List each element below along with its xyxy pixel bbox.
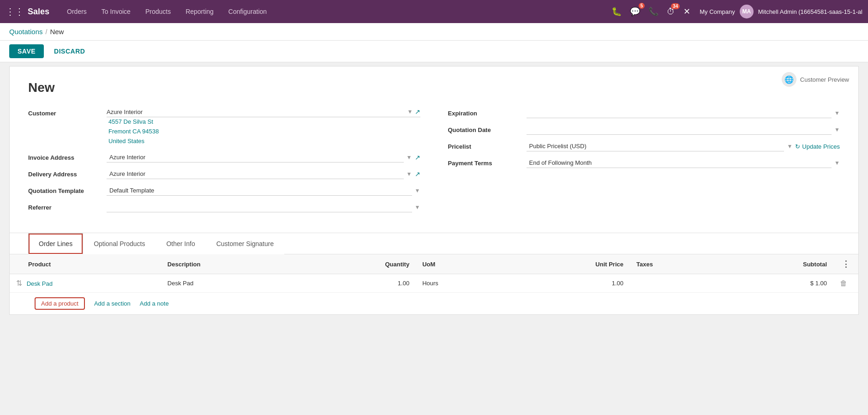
add-row-container: Add a product Add a section Add a note — [28, 293, 840, 314]
close-icon[interactable]: ✕ — [682, 5, 692, 18]
form-grid: Customer Azure Interior ▼ ↗ 4557 De Silv… — [28, 108, 840, 219]
quotation-date-value-container: 06/21/2022 13:07:02 ▼ — [527, 125, 840, 135]
form-right-section: Expiration 07/21/2022 ▼ Quotation Date 0… — [448, 108, 840, 219]
add-product-button[interactable]: Add a product — [35, 297, 85, 310]
quotation-date-dropdown-icon[interactable]: ▼ — [834, 126, 840, 133]
nav-orders[interactable]: Orders — [60, 5, 93, 18]
save-button[interactable]: SAVE — [9, 44, 44, 58]
tabs-container: Order Lines Optional Products Other Info… — [10, 233, 858, 314]
refresh-icon: ↻ — [795, 143, 800, 150]
pricelist-select[interactable]: Public Pricelist (USD) — [527, 141, 784, 151]
breadcrumb-current: New — [50, 28, 64, 36]
grid-icon[interactable]: ⋮⋮ — [6, 6, 24, 17]
breadcrumb-parent[interactable]: Quotations — [9, 28, 43, 36]
row-unit-price[interactable]: 1.00 — [504, 274, 630, 293]
nav-reporting[interactable]: Reporting — [179, 5, 220, 18]
customer-row: Customer Azure Interior ▼ ↗ 4557 De Silv… — [28, 108, 420, 146]
company-name[interactable]: My Company — [700, 8, 735, 15]
invoice-address-value-container: Azure Interior ▼ ↗ — [107, 152, 420, 162]
avatar[interactable]: MA — [740, 5, 754, 18]
payment-terms-select[interactable]: End of Following Month — [527, 158, 832, 168]
customer-preview-button[interactable]: 🌐 Customer Preview — [782, 72, 849, 87]
tabs: Order Lines Optional Products Other Info… — [28, 233, 840, 254]
expiration-dropdown-icon[interactable]: ▼ — [834, 110, 840, 116]
tab-order-lines[interactable]: Order Lines — [28, 233, 83, 254]
top-navigation: ⋮⋮ Sales Orders To Invoice Products Repo… — [0, 0, 868, 23]
invoice-address-row: Invoice Address Azure Interior ▼ ↗ — [28, 152, 420, 162]
delivery-address-external-link-icon[interactable]: ↗ — [415, 170, 420, 178]
expiration-input[interactable]: 07/21/2022 — [527, 108, 832, 118]
product-link[interactable]: Desk Pad — [27, 280, 53, 287]
form-card: 🌐 Customer Preview New Customer Azure In… — [9, 66, 859, 315]
col-unit-price: Unit Price — [504, 254, 630, 274]
messages-icon[interactable]: 💬 5 — [628, 5, 642, 18]
breadcrumb-separator: / — [46, 28, 48, 36]
nav-configuration[interactable]: Configuration — [222, 5, 273, 18]
customer-preview-label: Customer Preview — [800, 76, 849, 83]
customer-dropdown-icon[interactable]: ▼ — [407, 108, 413, 115]
row-description[interactable]: Desk Pad — [161, 274, 302, 293]
col-quantity: Quantity — [302, 254, 416, 274]
customer-external-link-icon[interactable]: ↗ — [415, 108, 420, 115]
tab-other-info[interactable]: Other Info — [156, 233, 205, 254]
bug-icon[interactable]: 🐛 — [610, 5, 623, 18]
tab-customer-signature[interactable]: Customer Signature — [206, 233, 285, 254]
delete-row-icon[interactable]: 🗑 — [840, 279, 847, 287]
pricelist-value-container: Public Pricelist (USD) ▼ ↻ Update Prices — [527, 141, 840, 151]
order-lines-table: Product Description Quantity UoM Unit Pr… — [10, 254, 858, 293]
nav-products[interactable]: Products — [139, 5, 177, 18]
discard-button[interactable]: DISCARD — [48, 44, 91, 58]
breadcrumb: Quotations / New — [0, 23, 868, 41]
address-line3: United States — [108, 137, 420, 146]
payment-terms-value-container: End of Following Month ▼ — [527, 158, 840, 168]
delivery-address-select[interactable]: Azure Interior — [107, 169, 404, 179]
delivery-address-row: Delivery Address Azure Interior ▼ ↗ — [28, 169, 420, 179]
referrer-dropdown-icon[interactable]: ▼ — [415, 204, 420, 211]
row-delete: 🗑 — [833, 274, 858, 293]
tab-optional-products[interactable]: Optional Products — [83, 233, 156, 254]
col-product: Product — [10, 254, 161, 274]
row-quantity[interactable]: 1.00 — [302, 274, 416, 293]
clock-badge: 34 — [671, 3, 680, 9]
clock-icon[interactable]: ⏱ 34 — [665, 5, 677, 18]
pricelist-dropdown-icon[interactable]: ▼ — [787, 143, 792, 150]
customer-value-container: Azure Interior ▼ ↗ 4557 De Silva St Frem… — [107, 108, 420, 146]
form-left-section: Customer Azure Interior ▼ ↗ 4557 De Silv… — [28, 108, 420, 219]
row-taxes[interactable] — [630, 274, 720, 293]
payment-terms-dropdown-icon[interactable]: ▼ — [834, 160, 840, 166]
referrer-row: Referrer ▼ — [28, 202, 420, 212]
address-line2: Fremont CA 94538 — [108, 127, 420, 137]
add-section-button[interactable]: Add a section — [94, 300, 131, 307]
drag-handle-icon[interactable]: ⇅ — [16, 279, 22, 287]
customer-value[interactable]: Azure Interior — [107, 108, 406, 115]
quotation-template-label: Quotation Template — [28, 186, 102, 194]
quotation-template-dropdown-icon[interactable]: ▼ — [415, 187, 420, 194]
phone-icon[interactable]: 📞 — [647, 5, 660, 18]
nav-to-invoice[interactable]: To Invoice — [95, 5, 137, 18]
add-note-button[interactable]: Add a note — [140, 300, 169, 307]
quotation-template-row: Quotation Template Default Template ▼ — [28, 186, 420, 196]
table-options-icon[interactable]: ⋮ — [840, 258, 852, 271]
app-brand[interactable]: Sales — [28, 7, 49, 17]
row-uom[interactable]: Hours — [416, 274, 504, 293]
pricelist-label: Pricelist — [448, 141, 522, 150]
form-title: New — [28, 80, 840, 95]
delivery-address-dropdown-icon[interactable]: ▼ — [407, 171, 412, 177]
col-subtotal: Subtotal — [720, 254, 833, 274]
update-prices-button[interactable]: ↻ Update Prices — [795, 143, 840, 150]
user-name: Mitchell Admin (16654581-saas-15-1-al — [758, 8, 862, 15]
globe-icon: 🌐 — [782, 72, 796, 87]
referrer-select[interactable] — [107, 202, 412, 212]
customer-address: 4557 De Silva St Fremont CA 94538 United… — [108, 117, 420, 146]
invoice-address-select[interactable]: Azure Interior — [107, 152, 404, 162]
quotation-template-select[interactable]: Default Template — [107, 186, 412, 196]
invoice-address-dropdown-icon[interactable]: ▼ — [407, 154, 412, 161]
referrer-value-container: ▼ — [107, 202, 420, 212]
delivery-address-value-container: Azure Interior ▼ ↗ — [107, 169, 420, 179]
col-taxes: Taxes — [630, 254, 720, 274]
row-subtotal: $ 1.00 — [720, 274, 833, 293]
col-description: Description — [161, 254, 302, 274]
quotation-date-input[interactable]: 06/21/2022 13:07:02 — [527, 125, 832, 135]
payment-terms-label: Payment Terms — [448, 158, 522, 167]
invoice-address-external-link-icon[interactable]: ↗ — [415, 154, 420, 161]
